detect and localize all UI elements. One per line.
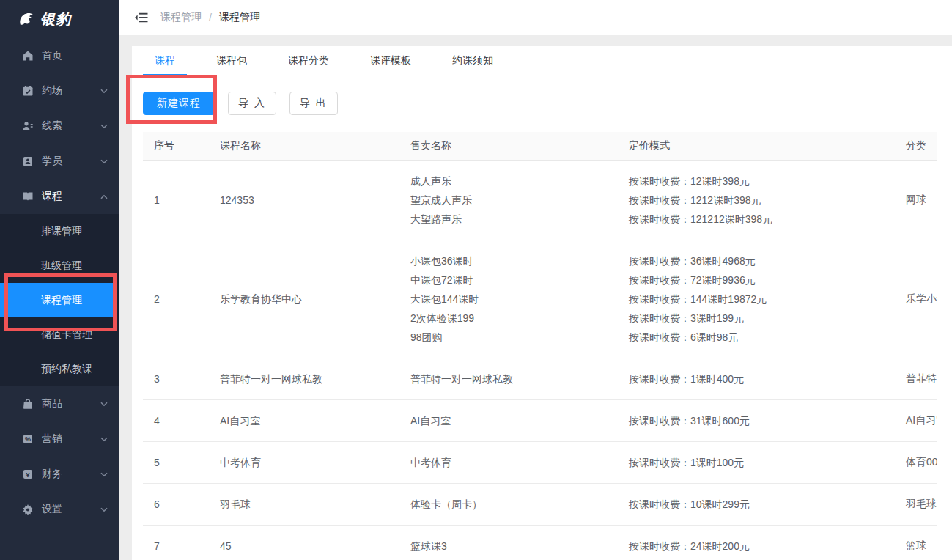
chevron-down-icon	[100, 472, 108, 477]
cell-index: 5	[143, 441, 209, 483]
column-header: 定价模式	[618, 132, 895, 160]
row-index: 4	[154, 411, 209, 430]
svg-text:¥: ¥	[26, 471, 30, 479]
sidebar-item-label: 商品	[42, 397, 100, 410]
pricing-line: 按课时收费：3课时199元	[629, 309, 895, 328]
cell-index: 6	[143, 483, 209, 525]
sidebar-item-students[interactable]: 学员	[0, 144, 119, 179]
sidebar-item-label: 课程	[42, 190, 100, 203]
export-button[interactable]: 导 出	[289, 92, 338, 115]
cell-sale-names: 中考体育	[399, 441, 618, 483]
tab-review-template[interactable]: 课评模板	[358, 46, 423, 75]
sale-name: AI自习室	[410, 411, 618, 430]
column-header: 课程名称	[209, 132, 399, 160]
pricing-line: 按课时收费：10课时299元	[629, 495, 895, 514]
table-row: 5中考体育中考体育按课时收费：1课时100元体育00	[143, 441, 937, 483]
new-course-button[interactable]: 新建课程	[143, 92, 215, 115]
tab-booking-notice[interactable]: 约课须知	[440, 46, 505, 75]
cell-course-name: 45	[209, 525, 399, 560]
cell-pricing: 按课时收费：36课时4968元按课时收费：72课时9936元按课时收费：144课…	[618, 240, 895, 358]
cell-pricing: 按课时收费：10课时299元	[618, 483, 895, 525]
import-button[interactable]: 导 入	[228, 92, 276, 115]
chevron-down-icon	[100, 437, 108, 442]
tab-bar: 课程课程包课程分类课评模板约课须知	[132, 46, 952, 75]
sale-name: 2次体验课199	[410, 309, 618, 328]
cell-sale-names: 成人声乐望京成人声乐大望路声乐	[399, 160, 618, 240]
sidebar-item-label: 线索	[42, 119, 100, 133]
sidebar-item-leads[interactable]: 线索	[0, 108, 119, 144]
cell-pricing: 按课时收费：24课时200元	[618, 525, 895, 560]
marketing-icon: %	[22, 433, 34, 445]
course-name: 124353	[220, 191, 399, 210]
sidebar-item-finance[interactable]: ¥财务	[0, 457, 119, 492]
table-header-row: 序号课程名称售卖名称定价模式分类	[143, 132, 937, 160]
cell-course-name: 中考体育	[209, 441, 399, 483]
table-body: 1124353成人声乐望京成人声乐大望路声乐按课时收费：12课时398元按课时收…	[143, 160, 937, 560]
table-row: 4AI自习室AI自习室按课时收费：31课时600元AI自习室	[143, 399, 937, 441]
sidebar-item-booking[interactable]: 约场	[0, 73, 119, 108]
sale-name: 体验卡（周卡）	[410, 495, 618, 514]
sidebar-item-courses[interactable]: 课程	[0, 179, 119, 214]
sidebar: 银豹 首页约场线索学员课程 排课管理班级管理课程管理储值卡管理预约私教课 商品%…	[0, 0, 119, 560]
tab-courses[interactable]: 课程	[143, 46, 187, 75]
cell-index: 4	[143, 399, 209, 441]
sidebar-subitem-private-booking[interactable]: 预约私教课	[0, 352, 119, 386]
sidebar-submenu: 排课管理班级管理课程管理储值卡管理预约私教课	[0, 214, 119, 386]
cell-index: 1	[143, 160, 209, 240]
toolbar: 新建课程 导 入 导 出	[143, 92, 952, 115]
cell-pricing: 按课时收费：12课时398元按课时收费：1212课时398元按课时收费：1212…	[618, 160, 895, 240]
sidebar-nav-top: 首页约场线索学员课程	[0, 38, 119, 214]
sale-name: 篮球课3	[410, 537, 618, 556]
course-table-wrap: 序号课程名称售卖名称定价模式分类 1124353成人声乐望京成人声乐大望路声乐按…	[143, 132, 952, 560]
cell-pricing: 按课时收费：1课时400元	[618, 358, 895, 399]
cell-sale-names: 小课包36课时中课包72课时大课包144课时2次体验课19998团购	[399, 240, 618, 358]
row-index: 3	[154, 369, 209, 388]
settings-icon	[22, 504, 34, 515]
sidebar-item-marketing[interactable]: %营销	[0, 421, 119, 457]
tab-course-category[interactable]: 课程分类	[276, 46, 341, 75]
pricing-line: 按课时收费：1212课时398元	[629, 191, 895, 210]
cell-category: 体育00	[895, 441, 937, 483]
sale-name: 大望路声乐	[410, 210, 618, 229]
sale-name: 望京成人声乐	[410, 191, 618, 210]
pricing-line: 按课时收费：12课时398元	[629, 172, 895, 191]
table-row: 745篮球课3按课时收费：24课时200元篮球	[143, 525, 937, 560]
sale-name: 普菲特一对一网球私教	[410, 369, 618, 388]
sidebar-item-label: 营销	[42, 432, 100, 446]
course-table: 序号课程名称售卖名称定价模式分类 1124353成人声乐望京成人声乐大望路声乐按…	[143, 132, 937, 560]
sidebar-subitem-value-card-mgmt[interactable]: 储值卡管理	[0, 317, 119, 352]
breadcrumb: 课程管理 / 课程管理	[160, 11, 260, 24]
cell-pricing: 按课时收费：1课时100元	[618, 441, 895, 483]
sidebar-subitem-class-mgmt[interactable]: 班级管理	[0, 248, 119, 283]
table-row: 2乐学教育协华中心小课包36课时中课包72课时大课包144课时2次体验课1999…	[143, 240, 937, 358]
course-icon	[22, 191, 34, 202]
sidebar-item-label: 约场	[42, 84, 100, 97]
sidebar-subitem-schedule-mgmt[interactable]: 排课管理	[0, 214, 119, 248]
pricing-line: 按课时收费：24课时200元	[629, 537, 895, 556]
sidebar-item-home[interactable]: 首页	[0, 38, 119, 73]
sidebar-item-label: 首页	[42, 49, 108, 62]
cell-index: 3	[143, 358, 209, 399]
pricing-line: 按课时收费：1课时400元	[629, 369, 895, 388]
leads-icon	[22, 120, 34, 132]
cell-course-name: 普菲特一对一网球私教	[209, 358, 399, 399]
sidebar-subitem-course-mgmt[interactable]: 课程管理	[0, 283, 114, 317]
chevron-down-icon	[100, 89, 108, 94]
pricing-line: 按课时收费：31课时600元	[629, 411, 895, 430]
breadcrumb-parent[interactable]: 课程管理	[160, 11, 202, 24]
cell-course-name: AI自习室	[209, 399, 399, 441]
menu-fold-icon[interactable]	[134, 10, 149, 25]
sidebar-item-goods[interactable]: 商品	[0, 386, 119, 421]
sidebar-nav-bottom: 商品%营销¥财务设置	[0, 386, 119, 527]
cell-pricing: 按课时收费：31课时600元	[618, 399, 895, 441]
tab-course-package[interactable]: 课程包	[204, 46, 259, 75]
cell-index: 7	[143, 525, 209, 560]
sale-name: 小课包36课时	[410, 251, 618, 270]
breadcrumb-current: 课程管理	[219, 11, 260, 24]
svg-text:%: %	[25, 435, 31, 443]
course-name: 普菲特一对一网球私教	[220, 369, 399, 388]
chevron-up-icon	[100, 194, 108, 199]
cell-sale-names: 普菲特一对一网球私教	[399, 358, 618, 399]
table-row: 3普菲特一对一网球私教普菲特一对一网球私教按课时收费：1课时400元普菲特网球	[143, 358, 937, 399]
sidebar-item-settings[interactable]: 设置	[0, 492, 119, 527]
